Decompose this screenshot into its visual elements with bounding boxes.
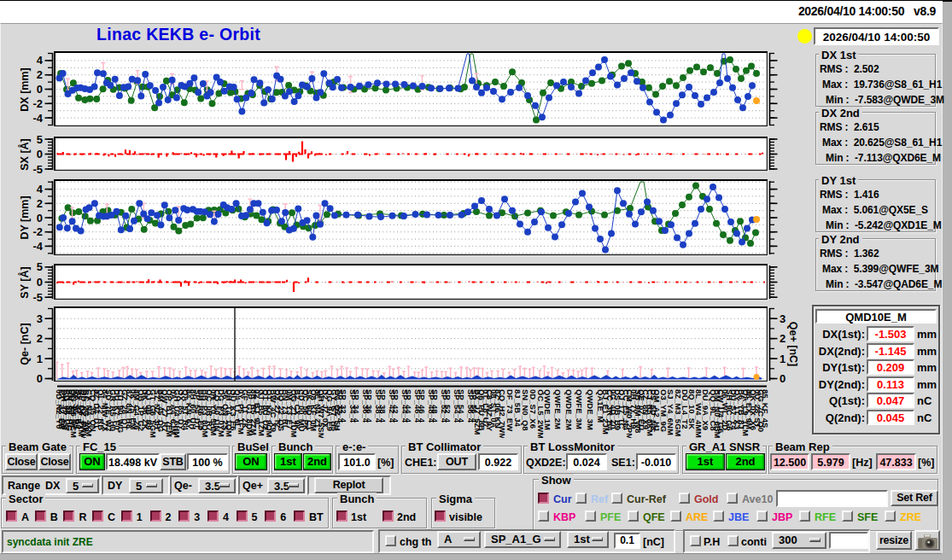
svg-text:SP_36_4: SP_36_4 [365, 389, 374, 423]
svg-text:3: 3 [780, 312, 786, 325]
svg-text:3: 3 [37, 312, 43, 325]
svg-text:QWFE_2M: QWFE_2M [553, 389, 563, 429]
svg-text:-4: -4 [32, 112, 43, 125]
svg-text:85_KF_4S: 85_KF_4S [761, 389, 770, 428]
svg-text:QWDE_1M: QWDE_1M [543, 389, 552, 430]
svg-text:SP_48_4: SP_48_4 [430, 389, 440, 423]
svg-text:5: 5 [37, 260, 43, 273]
svg-text:-5: -5 [32, 163, 43, 176]
svg-text:0: 0 [37, 372, 43, 385]
svg-text:2: 2 [37, 197, 43, 210]
svg-text:0: 0 [37, 83, 43, 96]
svg-text:4: 4 [37, 54, 44, 67]
svg-text:SP_44_4: SP_44_4 [404, 389, 413, 423]
svg-text:0: 0 [37, 212, 43, 225]
svg-text:SP_54_4: SP_54_4 [457, 389, 466, 423]
svg-text:SP_52_4: SP_52_4 [443, 389, 453, 423]
svg-text:SP_46_4: SP_46_4 [418, 389, 427, 423]
svg-text:-2: -2 [32, 225, 43, 238]
svg-text:2: 2 [37, 332, 43, 345]
svg-text:4: 4 [37, 183, 44, 195]
svg-text:SP_42_4: SP_42_4 [391, 389, 400, 423]
svg-text:0: 0 [37, 148, 43, 160]
svg-text:SX [Å]: SX [Å] [18, 138, 31, 171]
svg-text:QWDE_2M: QWDE_2M [564, 389, 574, 430]
svg-text:-4: -4 [32, 240, 43, 253]
svg-text:Qe+ [nC]: Qe+ [nC] [787, 322, 798, 366]
svg-text:SP_38_4: SP_38_4 [378, 389, 388, 423]
svg-text:SY [Å]: SY [Å] [18, 266, 31, 298]
svg-text:SP_34_4: SP_34_4 [352, 389, 361, 423]
svg-text:2: 2 [37, 68, 43, 81]
svg-text:5: 5 [37, 133, 43, 146]
svg-text:DX [mm]: DX [mm] [19, 67, 31, 111]
svg-text:SP_32_4: SP_32_4 [339, 389, 348, 423]
svg-text:Qe- [nC]: Qe- [nC] [19, 323, 31, 365]
svg-text:0: 0 [37, 276, 43, 289]
svg-text:-2: -2 [32, 97, 43, 110]
svg-text:1: 1 [37, 353, 43, 365]
svg-text:-5: -5 [32, 291, 43, 304]
svg-text:QWFE_3M: QWFE_3M [575, 389, 584, 429]
svg-text:QWDE_3M: QWDE_3M [586, 389, 595, 430]
svg-text:0: 0 [780, 372, 786, 385]
svg-text:1: 1 [780, 353, 786, 365]
svg-text:2: 2 [780, 332, 786, 345]
svg-text:DY [mm]: DY [mm] [19, 195, 31, 239]
